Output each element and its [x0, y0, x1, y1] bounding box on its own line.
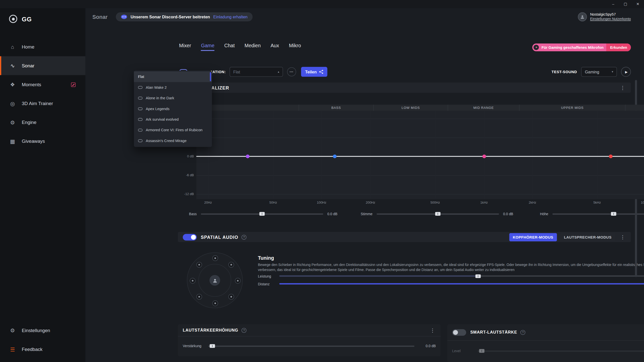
bass-slider-handle[interactable] — [259, 212, 265, 216]
test-sound-play-button[interactable]: ▶ — [621, 67, 631, 77]
tab-chat[interactable]: Chat — [224, 43, 234, 51]
sidebar-item-home[interactable]: ⌂ Home — [0, 37, 86, 56]
dropdown-item-armored-core-vi[interactable]: Armored Core VI: Fires of Rubicon — [134, 125, 212, 135]
sidebar-item-feedback[interactable]: ☰ Feedback — [0, 340, 86, 359]
performance-slider-handle[interactable] — [475, 274, 481, 278]
distance-label: Distanz — [258, 282, 277, 286]
sidebar-item-label: Feedback — [22, 347, 43, 352]
speaker-icon[interactable] — [212, 255, 218, 261]
configuration-more-button[interactable]: ••• — [287, 67, 296, 76]
bass-slider-value: 0.0 dB — [327, 212, 345, 216]
mic-promo-text: Für Gaming geschaffenes Mikrofon — [542, 45, 604, 49]
tuning-title: Tuning — [258, 255, 274, 261]
sidebar-item-sonar[interactable]: ∿ Sonar — [0, 56, 86, 75]
bass-slider[interactable] — [201, 213, 323, 214]
hoehe-slider-handle[interactable] — [611, 212, 616, 216]
test-sound-value: Gaming — [585, 70, 599, 74]
dropdown-item-alan-wake-2[interactable]: Alan Wake 2 — [134, 82, 212, 93]
level-slider-label: Level — [452, 349, 474, 353]
equalizer-menu-button[interactable]: ⋮ — [619, 85, 626, 90]
performance-slider[interactable] — [279, 276, 644, 277]
sidebar-item-3d-aim-trainer[interactable]: ◎ 3D Aim Trainer — [0, 94, 86, 113]
account-settings-link[interactable]: Einstellungen Nutzerkonto — [590, 17, 631, 21]
speaker-icon[interactable] — [228, 262, 234, 268]
sidebar-item-einstellungen[interactable]: ⚙ Einstellungen — [0, 321, 86, 340]
volume-boost-help-icon[interactable]: ? — [242, 328, 247, 333]
eq-band-header: BASS LOW MIDS MID RANGE UPPER MIDS HIGHS… — [196, 105, 644, 111]
headphone-mode-button[interactable]: KOPFHÖRER-MODUS — [509, 233, 557, 241]
tab-aux[interactable]: Aux — [271, 43, 279, 51]
smart-volume-card: SMART-LAUTSTÄRKE ? ⋮ Level 0.00 — [447, 324, 644, 362]
configuration-select[interactable]: Flat ▴ — [230, 67, 283, 77]
speaker-icon[interactable] — [228, 294, 234, 300]
speaker-icon[interactable] — [190, 278, 195, 284]
spatial-menu-button[interactable]: ⋮ — [619, 234, 626, 240]
x-label: 100Hz — [317, 201, 327, 204]
gain-slider-handle[interactable] — [210, 344, 215, 348]
window-maximize-button[interactable]: ▢ — [619, 0, 632, 8]
smart-volume-toggle[interactable] — [452, 329, 466, 336]
sidebar-item-moments[interactable]: ❖ Moments — [0, 75, 86, 94]
hoehe-slider[interactable] — [552, 213, 644, 214]
eq-node[interactable] — [609, 155, 613, 158]
tab-mikro[interactable]: Mikro — [289, 43, 301, 51]
eq-graph[interactable] — [196, 111, 644, 199]
mic-promo-cta-button[interactable]: Erkunden — [607, 43, 631, 51]
equalizer-header: EQUALIZER ⋮ — [178, 82, 631, 93]
account-menu[interactable]: NostalgicSpy57 Einstellungen Nutzerkonto — [578, 12, 631, 21]
smart-volume-help-icon[interactable]: ? — [520, 330, 526, 335]
level-slider-handle — [479, 349, 485, 353]
game-icon — [138, 86, 143, 89]
feedback-icon: ☰ — [9, 346, 16, 352]
discord-invite-link[interactable]: Einladung erhalten — [213, 15, 248, 19]
speaker-icon[interactable] — [235, 278, 241, 284]
sidebar-item-giveaways[interactable]: ▦ Giveaways — [0, 132, 86, 151]
aim-trainer-icon: ◎ — [9, 100, 16, 106]
tuning-description: Bewege den Schieber in Richtung Performa… — [258, 262, 644, 272]
eq-node[interactable] — [333, 155, 337, 158]
window-minimize-button[interactable]: – — [607, 0, 619, 8]
speaker-icon[interactable] — [196, 294, 202, 300]
listener-icon[interactable] — [210, 275, 220, 286]
volume-boost-title: LAUTSTÄRKEERHÖHUNG — [183, 328, 238, 332]
eq-node[interactable] — [246, 155, 250, 158]
share-button-label: Teilen — [305, 70, 317, 74]
test-sound-select[interactable]: Gaming ▾ — [581, 67, 617, 77]
speaker-mode-button[interactable]: LAUTSPRECHER-MODUS — [560, 233, 615, 241]
stimme-slider[interactable] — [377, 213, 499, 214]
eq-node[interactable] — [482, 155, 486, 158]
dropdown-item-label: Assassin's Creed Mirage — [146, 139, 187, 143]
dropdown-item-alone-in-the-dark[interactable]: Alone in the Dark — [134, 93, 212, 103]
distance-slider[interactable] — [279, 283, 644, 285]
tab-game[interactable]: Game — [201, 43, 214, 51]
mic-promo-badge[interactable]: ✦ Für Gaming geschaffenes Mikrofon Erkun… — [533, 43, 631, 51]
speaker-icon[interactable] — [196, 262, 202, 268]
dropdown-item-ark-survival-evolved[interactable]: Ark survival evolved — [134, 114, 212, 125]
smart-volume-body: Level 0.00 — [447, 341, 644, 361]
spatial-help-icon[interactable]: ? — [242, 235, 247, 240]
test-sound-group: TEST-SOUND Gaming ▾ ▶ — [552, 67, 631, 77]
slider-fill — [279, 283, 644, 285]
dropdown-item-assassins-creed-mirage[interactable]: Assassin's Creed Mirage — [134, 135, 212, 146]
share-icon — [319, 70, 323, 74]
game-icon — [138, 97, 143, 100]
dropdown-scrollbar[interactable] — [210, 72, 211, 81]
stimme-slider-handle[interactable] — [435, 212, 440, 216]
maximize-icon: ▢ — [624, 2, 627, 6]
performance-immersion-slider-row: Leistung Immersion — [258, 273, 644, 279]
tab-medien[interactable]: Medien — [245, 43, 261, 51]
window-close-button[interactable]: ✕ — [632, 0, 644, 8]
speaker-icon[interactable] — [212, 300, 218, 306]
gg-logo[interactable]: GG — [0, 8, 86, 28]
dropdown-item-apex-legends[interactable]: Apex Legends — [134, 103, 212, 114]
sidebar-item-engine[interactable]: ⚙ Engine — [0, 113, 86, 132]
tab-mixer[interactable]: Mixer — [179, 43, 191, 51]
share-button[interactable]: Teilen — [301, 67, 328, 77]
dropdown-item-flat[interactable]: Flat — [134, 71, 212, 82]
volume-boost-menu-button[interactable]: ⋮ — [429, 327, 436, 333]
eq-curve-line — [196, 156, 644, 156]
discord-banner[interactable]: Unserem Sonar Discord-Server beitreten E… — [116, 12, 252, 21]
spatial-audio-toggle[interactable] — [183, 234, 197, 240]
game-icon — [138, 107, 143, 110]
gain-slider[interactable] — [208, 345, 415, 347]
